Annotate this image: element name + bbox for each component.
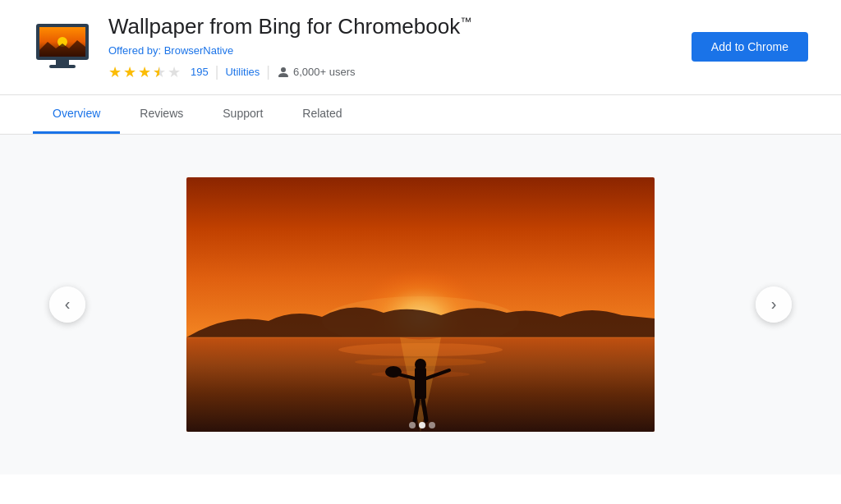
sunset-svg (186, 177, 655, 432)
extension-icon (33, 17, 92, 76)
trademark-symbol: ™ (460, 15, 471, 28)
rating-count[interactable]: 195 (191, 66, 209, 78)
category-link[interactable]: Utilities (225, 66, 260, 78)
tab-overview[interactable]: Overview (33, 95, 120, 134)
extension-title: Wallpaper from Bing for Chromebook™ (108, 13, 675, 41)
svg-point-15 (415, 359, 426, 370)
tabs-list: Overview Reviews Support Related (33, 95, 808, 134)
add-to-chrome-button[interactable]: Add to Chrome (692, 32, 808, 62)
carousel-image (186, 177, 655, 432)
carousel-next-button[interactable]: › (756, 286, 792, 323)
svg-point-18 (409, 422, 416, 428)
users-icon (277, 66, 290, 79)
svg-rect-5 (56, 60, 69, 65)
extension-header: Wallpaper from Bing for Chromebook™ Offe… (0, 0, 841, 95)
carousel-container: ‹ (0, 135, 841, 474)
star-3: ★ (138, 63, 151, 81)
meta-divider-2: | (266, 63, 270, 80)
extension-meta: ★ ★ ★ ★ ★ 195 | Utilities | 6,000+ users (108, 63, 675, 81)
extension-info: Wallpaper from Bing for Chromebook™ Offe… (108, 13, 675, 81)
extension-icon-wrapper (33, 17, 92, 76)
tab-related[interactable]: Related (283, 95, 361, 134)
tab-support[interactable]: Support (203, 95, 283, 134)
star-rating: ★ ★ ★ ★ ★ (108, 63, 181, 81)
star-4: ★ (153, 63, 166, 81)
star-2: ★ (123, 63, 136, 81)
users-count: 6,000+ users (293, 66, 356, 78)
users-meta: 6,000+ users (277, 66, 356, 79)
title-text: Wallpaper from Bing for Chromebook (108, 14, 460, 39)
svg-point-20 (429, 422, 435, 428)
tabs-nav: Overview Reviews Support Related (0, 95, 841, 135)
svg-rect-6 (49, 65, 76, 68)
meta-divider-1: | (215, 63, 219, 80)
content-area: ‹ (0, 135, 841, 474)
svg-point-16 (385, 366, 402, 378)
carousel-prev-button[interactable]: ‹ (49, 286, 85, 323)
tab-reviews[interactable]: Reviews (120, 95, 203, 134)
svg-rect-14 (415, 368, 426, 399)
star-5: ★ (168, 63, 181, 81)
star-1: ★ (108, 63, 122, 81)
svg-point-19 (419, 422, 425, 428)
extension-author[interactable]: Offered by: BrowserNative (108, 44, 675, 57)
